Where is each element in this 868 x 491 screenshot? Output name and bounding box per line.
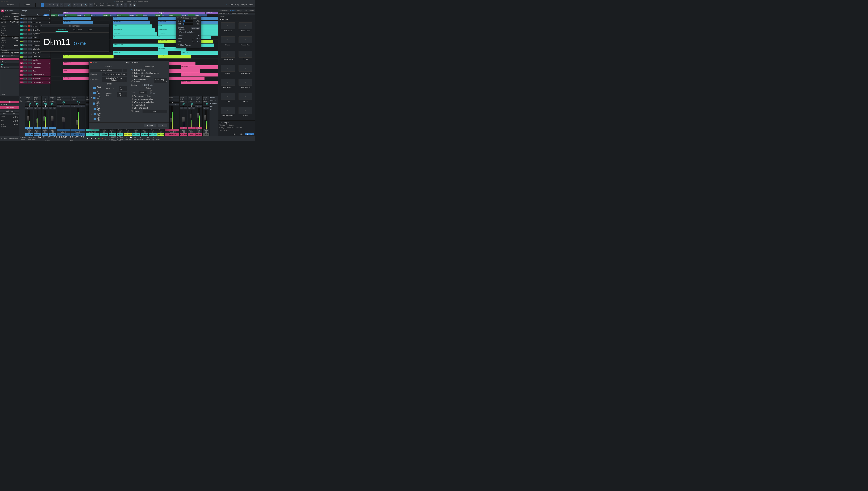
browser-tab[interactable]: Loops [237,9,242,12]
save-icon[interactable]: 💾 [133,3,136,7]
arrow-tool-icon[interactable]: ↖ [40,3,44,7]
browser-item[interactable]: ▦Pipeline Mono [237,36,254,49]
mixer-channel[interactable]: Input L+R Main -12.6 MS 15 Auto: Off Rev… [33,96,42,136]
audio-clip[interactable]: Synth Run [113,32,157,35]
redo-icon[interactable]: ↷ [76,3,80,7]
audio-clip[interactable]: Choir Filtered [113,28,155,32]
format-option[interactable]: MP3 File [90,117,104,121]
arrange-marker[interactable]: Transition [206,12,218,14]
track-header-row[interactable]: 20 MS ●◉ Echo▸ [20,69,51,73]
cs-info-row[interactable]: File TempoNot Set [0,123,19,128]
track-expand-icon[interactable]: ▸ [49,66,50,68]
mixer-section-label[interactable]: Instr. [210,106,218,107]
export-option[interactable]: Close after export [131,107,167,110]
audio-clip[interactable]: Hook Vocal [181,65,218,69]
listen-tool-icon[interactable]: 🔊 [67,3,71,7]
inspector-row[interactable]: Play overlaps [0,32,19,37]
timecode-bars[interactable]: 00041.03.02.12 [59,136,85,139]
chord-display-window[interactable]: ✕Chord Display Chord Track Input Chord E… [40,24,109,52]
browser-item[interactable]: ▦Phaser [219,36,237,49]
click-icon[interactable]: 🕑 [130,137,132,138]
filename-input[interactable]: Electro Genie Demo Song [102,73,127,76]
chord-block[interactable]: G♭m9 [129,14,136,17]
track-header-row[interactable]: 16 MS ●◉ Organ Pad▸ [20,51,51,55]
footer-mix[interactable]: Mix [239,133,245,135]
draw-tool-icon[interactable]: ✎ [52,3,56,7]
mute-tool-icon[interactable]: ↘ [63,3,67,7]
browser-item[interactable]: ▦Splitter [237,107,254,119]
track-header-row[interactable]: 8 MS ●◉ House Bass▸ [20,21,51,24]
track-expand-icon[interactable]: ▸ [49,78,50,80]
loop-end[interactable]: 00123.01.01.00 [111,139,124,141]
browser-item[interactable]: ▦Phase Meter [237,22,254,35]
loop-toggle-icon[interactable]: ↻ [105,137,110,140]
chord-block[interactable]: G♭m9 [155,14,162,17]
browser-item[interactable]: ▦Pipeline Stereo [219,51,237,63]
footer-browse[interactable]: Browse [245,133,254,135]
arrange-marker[interactable]: Drop 2 [158,12,206,14]
format-option[interactable]: Wave File [90,86,104,90]
perf-indicator[interactable]: ▭ [8,138,9,140]
cs-main-label[interactable]: Main [0,58,19,60]
track-expand-icon[interactable]: ▸ [49,74,50,76]
page-song[interactable]: Song [236,4,239,6]
mixer-section-label[interactable]: Outputs [210,99,218,102]
chord-block[interactable]: D♭m11 [91,14,103,17]
audio-clip[interactable]: Backing normal [181,73,218,77]
timeline-ruler[interactable] [51,9,218,12]
song-key[interactable]: D♭ [152,137,154,138]
page-show[interactable]: Show [249,4,253,6]
mixer-channel[interactable]: Mojito 2 Main +3.6 MS 18 Auto: Off Bass [56,96,71,136]
mixer-channel[interactable]: Input L+R Main -1.28 MS Auto: Off Main [202,96,210,136]
chord-block[interactable]: A [84,14,91,17]
track-expand-icon[interactable]: ▸ [49,52,50,54]
chord-block[interactable]: A [162,14,169,17]
grid-icon[interactable]: ⊞ [129,3,132,7]
close-icon[interactable]: ✕ [41,25,43,27]
control-tab[interactable]: Control [20,3,35,7]
performance-monitor-window[interactable]: ✕Performance Monitor CPU18 % Disc2 % Dro… [176,16,201,48]
chord-block[interactable]: A [110,14,117,17]
browser-tab[interactable]: Instruments [219,9,229,12]
range-option[interactable]: Between Selected MarkersStart - Drop 1 [131,78,167,84]
notifications-icon[interactable]: ⬇ [226,4,227,6]
quantize-btn[interactable]: Q [89,3,93,7]
browser-item[interactable]: ▦RedlightDist [237,65,254,77]
inspector-row[interactable]: Layers follow events✓ [0,25,19,32]
audio-clip[interactable]: Organ Pad [113,51,168,55]
chord-block[interactable]: A [136,14,143,17]
timecode-seconds[interactable]: 00:01:07.150 [38,136,57,139]
inspector-row[interactable]: Follow chordsOff [0,39,19,44]
zoom-icon[interactable]: 🔍 [84,3,87,7]
window-controls[interactable] [1,1,8,2]
timebase-value[interactable]: Bars [100,5,106,6]
chord-block[interactable]: D♭m11 [195,14,207,17]
ffwd-icon[interactable]: ⏭ [90,137,93,140]
follow-button[interactable]: Follow [44,14,50,16]
plugin-nap-checkbox[interactable]: Enable Plug-in Nap [178,31,194,33]
snap-value[interactable]: Adaptive [107,5,114,6]
cs-enable[interactable]: Enable [10,113,19,115]
footer-edit[interactable]: Edit [232,133,238,135]
track-expand-icon[interactable]: ▸ [49,21,50,23]
browser-tab[interactable]: Cloud [249,9,254,12]
clip-lane[interactable]: Organ PadOrgan Pad [51,51,218,55]
marker-icon[interactable]: ⚑ [120,3,123,7]
output-select[interactable]: Main [139,91,147,94]
cs-info-row[interactable]: Start00017 .01.01.00 [0,115,19,119]
track-expand-icon[interactable]: ▸ [49,18,50,20]
track-header-row[interactable]: 23 MS ●◉ Backing stereo▸ [20,81,51,84]
inspector-row[interactable]: TimestretchDrums [0,15,19,18]
range-option[interactable]: Between Loop [131,68,167,71]
cs-fx-compressor[interactable]: Compressor [0,66,19,68]
chord-block[interactable]: G♭m9 [181,14,188,17]
audio-clip[interactable]: Game Girl [63,55,113,58]
track-header-row[interactable]: 21 MS ●◉ Backing normal▸ [20,73,51,77]
track-header-row[interactable]: 22 MS ●◉ Backing low▸ [20,77,51,81]
chord-block[interactable]: D♭m11 [143,14,155,17]
format-option[interactable]: AIFF File [90,90,104,95]
cs-inserts-label[interactable]: Inserts [10,55,19,57]
track-expand-icon[interactable]: ▸ [49,62,50,64]
chord-block[interactable]: D♭m11 [117,14,129,17]
browse-icon[interactable]: … [123,69,127,72]
